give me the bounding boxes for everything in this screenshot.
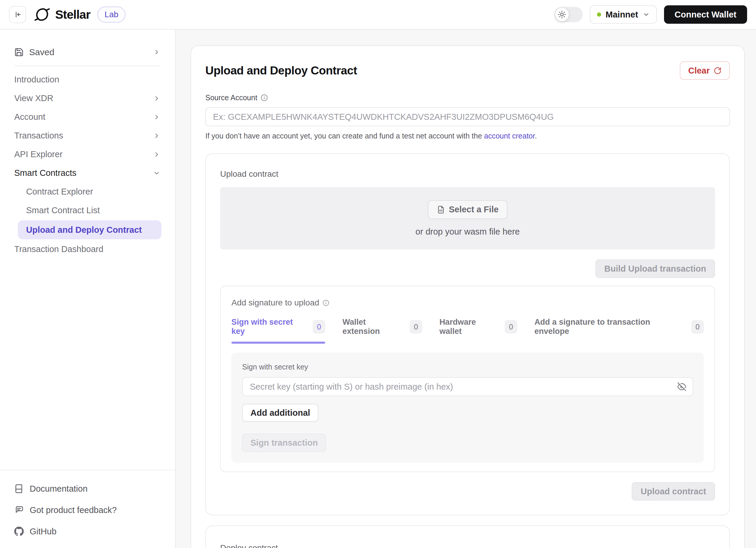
network-status-dot: [597, 12, 601, 17]
tab-label: Sign with secret key: [231, 317, 308, 336]
tab-add-signature-envelope[interactable]: Add a signature to transaction envelope …: [534, 317, 704, 344]
chevron-right-icon: [153, 95, 160, 102]
tab-label: Hardware wallet: [439, 317, 500, 336]
sidebar-item-transaction-dashboard[interactable]: Transaction Dashboard: [0, 240, 175, 259]
sidebar-item-label: Introduction: [14, 75, 59, 85]
add-signature-card: Add signature to upload Sign with secret…: [220, 285, 715, 472]
collapse-sidebar-button[interactable]: [9, 6, 26, 23]
select-file-label: Select a File: [449, 205, 499, 215]
page-title: Upload and Deploy Contract: [205, 64, 357, 77]
tab-hardware-wallet[interactable]: Hardware wallet 0: [439, 317, 517, 344]
sidebar-item-smart-contract-list[interactable]: Smart Contract List: [0, 201, 175, 220]
account-creator-link[interactable]: account creator: [484, 132, 535, 140]
chevron-down-icon: [643, 11, 650, 18]
sidebar-footer: Documentation Got product feedback? GitH…: [0, 470, 175, 548]
sidebar-item-label: Smart Contracts: [14, 168, 77, 178]
brand-title: Stellar: [55, 8, 90, 22]
sidebar-item-label: Transactions: [14, 131, 63, 141]
chevron-right-icon: [153, 151, 160, 158]
sidebar-item-saved[interactable]: Saved: [0, 43, 175, 61]
sidebar-footer-divider: [0, 470, 175, 470]
sidebar-item-transactions[interactable]: Transactions: [0, 126, 175, 145]
upload-contract-section: Upload contract Select a File or drop yo…: [205, 153, 730, 515]
network-select[interactable]: Mainnet: [590, 5, 657, 24]
sidebar-item-documentation[interactable]: Documentation: [0, 478, 175, 499]
tab-count-badge: 0: [505, 320, 517, 333]
brand[interactable]: Stellar Lab: [34, 7, 126, 23]
sidebar-item-upload-and-deploy-contract[interactable]: Upload and Deploy Contract: [18, 220, 161, 239]
eye-off-icon[interactable]: [677, 382, 687, 391]
app-header: Stellar Lab Mainnet Connect Wallet: [0, 0, 756, 30]
drop-hint-text: or drop your wasm file here: [415, 227, 520, 237]
source-account-helper: If you don’t have an account yet, you ca…: [205, 132, 730, 140]
refresh-icon: [714, 67, 722, 75]
sun-icon: [558, 10, 566, 19]
upload-section-label: Upload contract: [220, 169, 715, 179]
select-file-button[interactable]: Select a File: [428, 200, 508, 219]
sidebar-item-label: Upload and Deploy Contract: [26, 225, 142, 235]
sidebar-item-label: Transaction Dashboard: [14, 244, 103, 254]
sidebar-divider: [14, 66, 161, 66]
sidebar-item-label: Contract Explorer: [26, 187, 93, 197]
sidebar: Saved Introduction View XDR Account Tran…: [0, 30, 176, 548]
signature-tabs: Sign with secret key 0 Wallet extension …: [231, 317, 704, 344]
sidebar-item-label: Account: [14, 112, 45, 122]
chevron-right-icon: [153, 132, 160, 139]
upload-deploy-card: Upload and Deploy Contract Clear Source …: [190, 45, 745, 548]
tab-label: Add a signature to transaction envelope: [534, 317, 687, 336]
sidebar-item-label: Saved: [29, 47, 54, 57]
wasm-dropzone[interactable]: Select a File or drop your wasm file her…: [220, 187, 715, 250]
file-icon: [437, 206, 445, 214]
tab-count-badge: 0: [410, 320, 422, 333]
theme-toggle[interactable]: [554, 7, 583, 22]
sidebar-item-github[interactable]: GitHub: [0, 521, 175, 542]
feedback-bubble-icon: [14, 505, 24, 515]
sidebar-item-label: GitHub: [30, 527, 56, 536]
sidebar-item-label: Documentation: [30, 484, 88, 494]
sidebar-item-smart-contracts[interactable]: Smart Contracts: [0, 164, 175, 182]
secret-key-label: Sign with secret key: [242, 363, 693, 371]
helper-text-suffix: .: [535, 132, 537, 140]
info-icon[interactable]: [322, 299, 330, 306]
secret-key-panel: Sign with secret key Add additional Sign…: [231, 352, 704, 463]
tab-label: Wallet extension: [342, 317, 405, 336]
tab-sign-with-secret-key[interactable]: Sign with secret key 0: [231, 317, 325, 344]
helper-text: If you don’t have an account yet, you ca…: [205, 132, 484, 140]
info-icon[interactable]: [260, 94, 268, 102]
sign-transaction-button[interactable]: Sign transaction: [242, 433, 326, 452]
build-upload-transaction-button[interactable]: Build Upload transaction: [595, 260, 715, 278]
sidebar-item-account[interactable]: Account: [0, 108, 175, 126]
upload-contract-button[interactable]: Upload contract: [632, 482, 715, 501]
clear-button-label: Clear: [688, 66, 710, 76]
sidebar-item-feedback[interactable]: Got product feedback?: [0, 499, 175, 521]
chevron-right-icon: [153, 114, 160, 121]
add-additional-button[interactable]: Add additional: [242, 404, 318, 422]
github-icon: [14, 527, 24, 536]
save-icon: [14, 47, 24, 57]
tab-count-badge: 0: [691, 320, 704, 333]
book-icon: [14, 484, 24, 493]
sidebar-item-label: View XDR: [14, 93, 53, 103]
clear-button[interactable]: Clear: [680, 61, 730, 80]
sidebar-item-label: Smart Contract List: [26, 206, 100, 215]
source-account-input[interactable]: [205, 107, 730, 126]
sidebar-item-contract-explorer[interactable]: Contract Explorer: [0, 182, 175, 201]
tab-count-badge: 0: [313, 320, 325, 333]
sidebar-item-label: API Explorer: [14, 150, 63, 159]
sidebar-item-introduction[interactable]: Introduction: [0, 70, 175, 89]
sidebar-item-view-xdr[interactable]: View XDR: [0, 89, 175, 108]
connect-wallet-button[interactable]: Connect Wallet: [664, 5, 747, 24]
main-content: Upload and Deploy Contract Clear Source …: [176, 30, 756, 548]
sidebar-item-api-explorer[interactable]: API Explorer: [0, 145, 175, 164]
stellar-logo-icon: [34, 7, 50, 22]
add-signature-label: Add signature to upload: [231, 298, 319, 307]
chevron-right-icon: [153, 49, 160, 56]
source-account-label: Source Account: [205, 93, 257, 102]
tab-wallet-extension[interactable]: Wallet extension 0: [342, 317, 422, 344]
network-label: Mainnet: [606, 10, 638, 20]
sidebar-item-label: Got product feedback?: [30, 505, 117, 515]
deploy-section-label: Deploy contract: [220, 543, 715, 548]
secret-key-input[interactable]: [242, 377, 693, 396]
deploy-contract-section: Deploy contract: [205, 525, 730, 548]
lab-badge: Lab: [97, 7, 126, 23]
